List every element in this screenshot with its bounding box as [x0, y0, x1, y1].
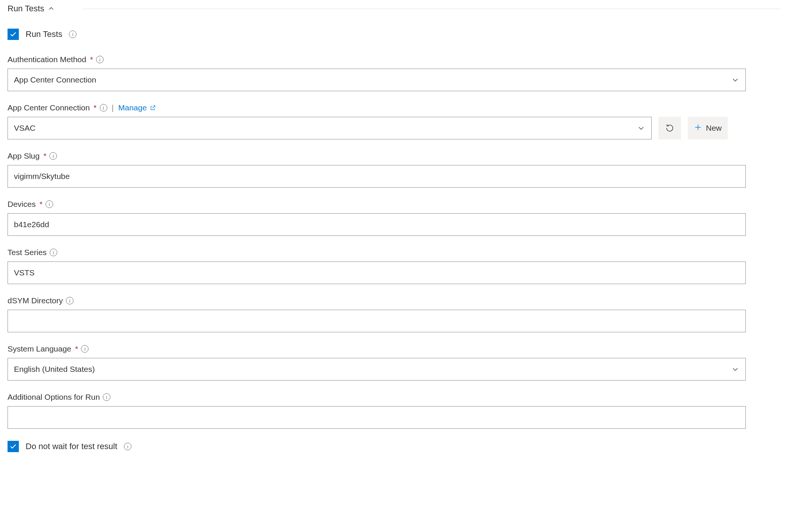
app-slug-label: App Slug	[8, 151, 40, 161]
required-indicator: *	[40, 200, 43, 209]
manage-link-text: Manage	[118, 103, 147, 112]
info-icon[interactable]: i	[100, 104, 107, 112]
do-not-wait-label: Do not wait for test result	[26, 442, 117, 451]
field-system-language: System Language * i	[8, 344, 746, 381]
required-indicator: *	[93, 103, 96, 112]
info-icon[interactable]: i	[124, 443, 131, 450]
field-devices: Devices * i	[8, 200, 746, 236]
info-icon[interactable]: i	[50, 249, 57, 256]
run-tests-checkbox[interactable]	[8, 29, 19, 40]
dsym-label: dSYM Directory	[8, 296, 63, 305]
separator: |	[112, 103, 114, 112]
system-language-label: System Language	[8, 344, 71, 353]
info-icon[interactable]: i	[69, 31, 76, 38]
test-series-label: Test Series	[8, 248, 47, 257]
required-indicator: *	[43, 151, 46, 161]
field-dsym-directory: dSYM Directory i	[8, 296, 746, 332]
info-icon[interactable]: i	[49, 152, 57, 160]
field-test-series: Test Series i	[8, 248, 746, 284]
system-language-select[interactable]	[8, 358, 746, 381]
new-button-label: New	[706, 124, 722, 133]
section-header-run-tests[interactable]: Run Tests	[8, 4, 780, 14]
section-divider	[83, 9, 780, 9]
auth-method-select[interactable]	[8, 69, 746, 91]
new-button[interactable]: New	[688, 117, 728, 139]
auth-method-label: Authentication Method	[8, 55, 86, 64]
required-indicator: *	[90, 55, 93, 64]
section-title: Run Tests	[8, 4, 44, 14]
app-center-connection-label: App Center Connection	[8, 103, 90, 112]
info-icon[interactable]: i	[66, 297, 73, 304]
additional-options-label: Additional Options for Run	[8, 393, 100, 402]
field-app-slug: App Slug * i	[8, 151, 746, 188]
app-slug-input[interactable]	[8, 165, 746, 188]
field-additional-options: Additional Options for Run i	[8, 393, 746, 429]
required-indicator: *	[75, 344, 78, 353]
devices-input[interactable]	[8, 213, 746, 236]
run-tests-checkbox-row: Run Tests i	[8, 29, 780, 40]
info-icon[interactable]: i	[81, 345, 89, 353]
refresh-button[interactable]	[658, 117, 681, 139]
info-icon[interactable]: i	[46, 200, 53, 208]
dsym-input[interactable]	[8, 310, 746, 332]
manage-link[interactable]: Manage	[118, 103, 156, 112]
additional-options-input[interactable]	[8, 406, 746, 429]
info-icon[interactable]: i	[103, 393, 110, 401]
info-icon[interactable]: i	[96, 56, 104, 63]
do-not-wait-checkbox-row: Do not wait for test result i	[8, 441, 780, 452]
field-authentication-method: Authentication Method * i	[8, 55, 746, 91]
external-link-icon	[150, 105, 156, 111]
field-app-center-connection: App Center Connection * i | Manage	[8, 103, 746, 139]
devices-label: Devices	[8, 200, 36, 209]
app-center-connection-select[interactable]	[8, 117, 652, 139]
do-not-wait-checkbox[interactable]	[8, 441, 19, 452]
run-tests-checkbox-label: Run Tests	[26, 29, 62, 39]
test-series-input[interactable]	[8, 261, 746, 284]
chevron-up-icon	[48, 5, 55, 12]
plus-icon	[694, 123, 702, 133]
